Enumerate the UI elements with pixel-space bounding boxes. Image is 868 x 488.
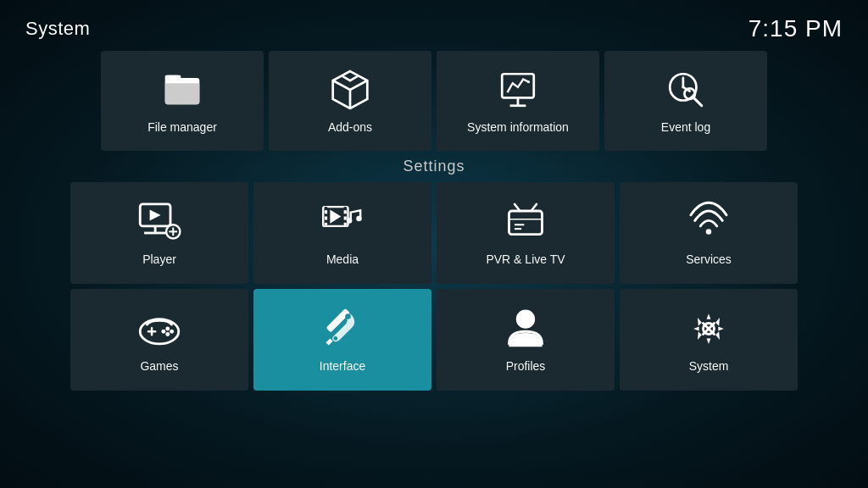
tile-file-manager[interactable]: File manager xyxy=(101,51,264,151)
media-label: Media xyxy=(326,252,359,266)
add-ons-icon xyxy=(328,68,372,112)
services-label: Services xyxy=(686,252,732,266)
event-log-icon xyxy=(664,68,708,112)
games-label: Games xyxy=(140,359,178,373)
svg-point-42 xyxy=(170,330,174,334)
system-information-icon xyxy=(496,68,540,112)
games-icon xyxy=(137,307,181,351)
tile-profiles[interactable]: Profiles xyxy=(437,289,615,391)
system-label: System xyxy=(689,359,729,373)
tile-media[interactable]: Media xyxy=(253,182,431,284)
svg-rect-28 xyxy=(344,223,347,226)
tile-games[interactable]: Games xyxy=(70,289,248,391)
tile-system[interactable]: System xyxy=(620,289,798,391)
tile-services[interactable]: Services xyxy=(620,182,798,284)
svg-marker-20 xyxy=(330,209,341,223)
svg-rect-27 xyxy=(344,217,347,220)
svg-point-29 xyxy=(347,218,353,224)
svg-point-6 xyxy=(527,80,530,83)
settings-row-2: Games Interface xyxy=(0,289,868,391)
svg-marker-13 xyxy=(150,209,161,220)
svg-point-37 xyxy=(706,229,712,235)
interface-icon xyxy=(320,307,364,351)
svg-rect-0 xyxy=(165,75,181,78)
tile-interface[interactable]: Interface xyxy=(253,289,431,391)
media-icon xyxy=(320,200,364,244)
svg-rect-24 xyxy=(325,217,327,220)
profiles-icon xyxy=(504,307,548,351)
header: System 7:15 PM xyxy=(0,0,868,51)
svg-rect-26 xyxy=(344,210,347,214)
svg-point-51 xyxy=(520,313,531,324)
player-label: Player xyxy=(142,252,176,266)
svg-marker-46 xyxy=(326,338,333,345)
tile-event-log[interactable]: Event log xyxy=(604,51,767,151)
svg-point-47 xyxy=(345,313,351,319)
svg-point-41 xyxy=(165,327,170,331)
svg-rect-31 xyxy=(509,211,542,235)
svg-point-43 xyxy=(165,332,170,336)
svg-point-30 xyxy=(356,216,362,222)
tile-add-ons[interactable]: Add-ons xyxy=(269,51,431,151)
services-icon xyxy=(687,200,731,244)
clock: 7:15 PM xyxy=(748,15,843,42)
page-title: System xyxy=(25,18,90,40)
event-log-label: Event log xyxy=(661,120,710,134)
interface-label: Interface xyxy=(320,359,365,373)
pvr-live-tv-label: PVR & Live TV xyxy=(486,252,565,266)
settings-heading: Settings xyxy=(0,158,868,175)
add-ons-label: Add-ons xyxy=(328,120,372,134)
file-manager-label: File manager xyxy=(147,120,217,134)
file-manager-icon xyxy=(160,68,204,112)
svg-rect-23 xyxy=(325,210,327,214)
tile-system-information[interactable]: System information xyxy=(437,51,599,151)
svg-point-48 xyxy=(333,336,337,341)
system-icon xyxy=(687,307,731,351)
profiles-label: Profiles xyxy=(506,359,546,373)
svg-point-44 xyxy=(161,330,165,334)
player-icon xyxy=(137,200,181,244)
settings-row-1: Player Media xyxy=(0,182,868,284)
svg-rect-25 xyxy=(325,223,327,226)
tile-pvr-live-tv[interactable]: PVR & Live TV xyxy=(437,182,615,284)
svg-line-10 xyxy=(693,97,701,105)
tile-player[interactable]: Player xyxy=(70,182,248,284)
pvr-live-tv-icon xyxy=(504,200,548,244)
top-tiles-row: File manager Add-ons xyxy=(0,51,868,151)
system-information-label: System information xyxy=(467,120,569,134)
